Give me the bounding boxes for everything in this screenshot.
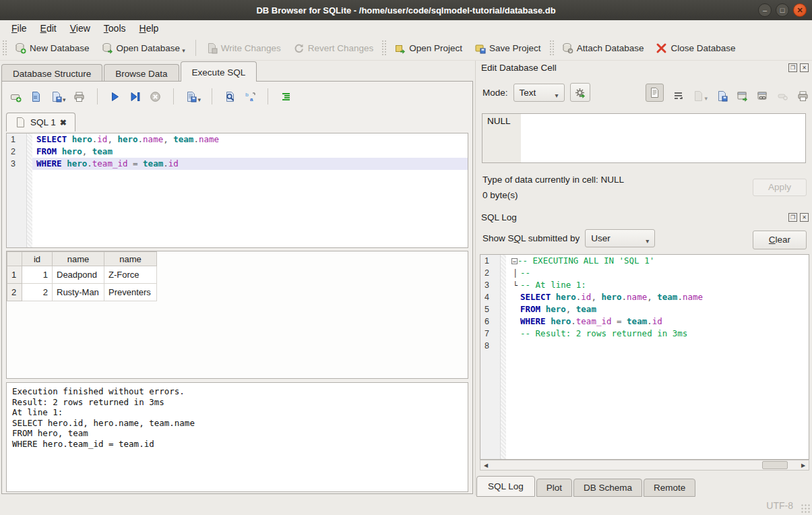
- main-toolbar: New DatabaseOpen Database▾Write ChangesR…: [0, 36, 812, 61]
- write-changes-icon: [206, 42, 218, 54]
- close-database-icon: [656, 42, 667, 54]
- minimize-button[interactable]: –: [758, 3, 772, 17]
- save-sql-button[interactable]: ▾: [49, 90, 66, 103]
- new-tab-button[interactable]: [9, 90, 22, 103]
- new-database-button[interactable]: New Database: [9, 39, 96, 57]
- table-row[interactable]: 22Rusty-ManPreventers: [7, 284, 157, 301]
- column-header[interactable]: [7, 252, 22, 266]
- tab-close-icon[interactable]: ✖: [60, 118, 67, 127]
- format-button[interactable]: [279, 90, 292, 103]
- submitted-by-select[interactable]: User ▾: [585, 229, 655, 247]
- save-results-button[interactable]: ▾: [185, 90, 201, 103]
- scrollbar-thumb[interactable]: [762, 461, 788, 469]
- log-line: FROM hero, team: [506, 303, 809, 315]
- tab-sql1[interactable]: SQL 1 ✖: [6, 113, 75, 131]
- table-header-row[interactable]: idnamename: [7, 252, 157, 266]
- close-icon[interactable]: ✕: [800, 213, 809, 222]
- table-cell[interactable]: Rusty-Man: [53, 284, 104, 301]
- table-cell[interactable]: Z-Force: [104, 266, 157, 284]
- toolbar-separator: [268, 88, 268, 104]
- print-button[interactable]: [797, 90, 809, 102]
- print-icon: [73, 90, 86, 103]
- toolbar-separator: [212, 88, 212, 104]
- stop-button[interactable]: [149, 90, 162, 103]
- sql-editor[interactable]: 123SELECT hero.id, hero.name, team.nameF…: [6, 133, 468, 248]
- close-button[interactable]: ✕: [793, 3, 807, 17]
- table-cell[interactable]: Preventers: [104, 284, 157, 301]
- write-changes-button[interactable]: Write Changes: [200, 39, 287, 57]
- svg-text:a: a: [250, 96, 253, 102]
- sql-log-title: SQL Log: [481, 212, 517, 222]
- play-button[interactable]: [108, 90, 122, 103]
- apply-button[interactable]: Apply: [753, 179, 807, 196]
- dock-tab-remote[interactable]: Remote: [644, 479, 695, 497]
- right-dock: Edit Database Cell ❐ ✕ Mode: Text ▾ ▾ NU…: [475, 61, 812, 495]
- dock-tab-db-schema[interactable]: DB Schema: [573, 479, 642, 497]
- set-null-icon: [777, 90, 788, 102]
- column-header[interactable]: name: [104, 252, 157, 266]
- close-icon[interactable]: ✕: [800, 63, 809, 72]
- maximize-button[interactable]: □: [776, 3, 789, 17]
- chevron-down-icon: ▾: [704, 95, 708, 102]
- log-horizontal-scrollbar[interactable]: ◀ ▶: [480, 460, 809, 471]
- close-database-button[interactable]: Close Database: [650, 39, 741, 57]
- table-cell[interactable]: 1: [22, 266, 53, 284]
- tab-execute-sql[interactable]: Execute SQL: [181, 61, 257, 82]
- text-doc-icon: [649, 87, 660, 98]
- mode-select[interactable]: Text ▾: [513, 84, 565, 102]
- export-window-button[interactable]: [737, 90, 748, 102]
- word-wrap-button[interactable]: [673, 90, 684, 102]
- clear-button[interactable]: Clear: [753, 231, 807, 249]
- menu-edit[interactable]: Edit: [34, 22, 63, 35]
- message-line: FROM hero, team: [12, 428, 462, 439]
- scroll-left-icon[interactable]: ◀: [480, 462, 491, 468]
- column-header[interactable]: name: [53, 252, 104, 266]
- link-window-button[interactable]: [757, 90, 768, 102]
- log-line: −-- EXECUTING ALL IN 'SQL 1': [506, 255, 809, 267]
- save-as-button[interactable]: [716, 90, 728, 102]
- sql-log-view[interactable]: 12345678−-- EXECUTING ALL IN 'SQL 1'│--└…: [480, 254, 809, 460]
- save-project-button[interactable]: Save Project: [468, 39, 547, 57]
- open-project-button[interactable]: Open Project: [388, 39, 468, 57]
- tab-database-structure[interactable]: Database Structure: [1, 64, 102, 82]
- table-cell[interactable]: Deadpond: [53, 266, 104, 284]
- open-sql-button[interactable]: [29, 90, 42, 103]
- log-line: WHERE hero.team_id = team.id: [506, 315, 809, 328]
- auto-switch-mode-button[interactable]: [570, 83, 590, 102]
- cell-value: NULL: [482, 114, 521, 162]
- menu-help[interactable]: Help: [133, 22, 165, 35]
- dock-tab-plot[interactable]: Plot: [536, 479, 572, 497]
- menu-view[interactable]: View: [64, 22, 96, 35]
- scroll-right-icon[interactable]: ▶: [798, 462, 809, 468]
- statusbar: UTF-8: [0, 495, 812, 515]
- print-button[interactable]: [73, 90, 86, 103]
- replace-button[interactable]: ba: [243, 90, 257, 103]
- column-header[interactable]: id: [22, 252, 53, 266]
- message-line: SELECT hero.id, hero.name, team.name: [12, 418, 462, 429]
- play-line-icon: [129, 90, 142, 103]
- gear-icon: [574, 87, 586, 98]
- results-table[interactable]: idnamename11DeadpondZ-Force22Rusty-ManPr…: [7, 251, 157, 301]
- set-null-button[interactable]: [777, 90, 788, 102]
- float-icon[interactable]: ❐: [788, 213, 797, 222]
- play-line-button[interactable]: [129, 90, 142, 103]
- revert-changes-button[interactable]: Revert Changes: [287, 39, 380, 57]
- menu-tools[interactable]: Tools: [98, 22, 132, 35]
- attach-database-button[interactable]: Attach Database: [556, 39, 650, 57]
- table-row[interactable]: 11DeadpondZ-Force: [7, 266, 157, 284]
- open-database-button[interactable]: Open Database▾: [96, 39, 191, 57]
- new-tab-icon: [9, 90, 22, 103]
- import-button[interactable]: ▾: [693, 90, 708, 102]
- tab-browse-data[interactable]: Browse Data: [104, 64, 179, 82]
- float-icon[interactable]: ❐: [788, 63, 797, 72]
- execution-message: Execution finished without errors.Result…: [6, 382, 468, 492]
- dock-tab-sql-log[interactable]: SQL Log: [476, 476, 535, 497]
- table-cell[interactable]: 2: [22, 284, 53, 301]
- menu-file[interactable]: File: [5, 22, 33, 35]
- text-doc-button[interactable]: [646, 84, 664, 102]
- find-button[interactable]: [223, 90, 237, 103]
- log-code-area[interactable]: −-- EXECUTING ALL IN 'SQL 1'│--└-- At li…: [506, 255, 809, 459]
- code-area[interactable]: SELECT hero.id, hero.name, team.nameFROM…: [32, 133, 468, 247]
- cell-value-editor[interactable]: NULL: [482, 113, 806, 163]
- resize-grip[interactable]: [801, 504, 810, 513]
